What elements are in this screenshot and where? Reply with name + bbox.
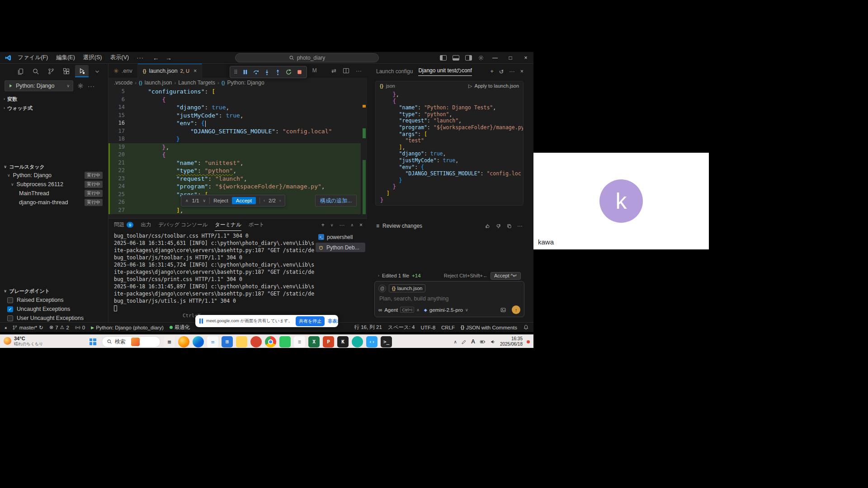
- agent-mode-select[interactable]: ∞ Agent Ctrl+I ∧: [378, 307, 420, 313]
- menu-overflow[interactable]: ···: [133, 54, 147, 61]
- toggle-panel-icon[interactable]: [453, 55, 459, 61]
- stop-sharing-button[interactable]: 共有を停止: [296, 316, 325, 326]
- next-file-icon[interactable]: ›: [279, 198, 281, 203]
- language-mode-item[interactable]: {} JSON with Comments: [461, 325, 517, 330]
- hide-share-bar-button[interactable]: 非表示: [328, 318, 338, 324]
- git-branch-item[interactable]: master* ↻: [12, 324, 43, 331]
- breadcrumb-item[interactable]: launch.json: [145, 80, 172, 86]
- add-context-icon[interactable]: @: [378, 285, 386, 292]
- problems-item[interactable]: ⊗ 7 ⚠ 2: [49, 324, 69, 330]
- stop-icon[interactable]: [296, 69, 303, 75]
- forward-icon[interactable]: →: [165, 54, 172, 61]
- terminal-profile-chevron-icon[interactable]: ∨: [330, 223, 334, 227]
- tab-launch-json[interactable]: {} launch.json 2, U ×: [138, 64, 203, 78]
- close-tab-icon[interactable]: ×: [193, 68, 197, 74]
- chat-tab-active[interactable]: Django unit testのconf: [418, 67, 472, 76]
- start-button[interactable]: [87, 336, 99, 347]
- chat-tab-inactive[interactable]: Launch configu: [376, 68, 413, 75]
- menu-item[interactable]: 表示(V): [106, 54, 133, 61]
- chat-history-icon[interactable]: ↺: [499, 68, 504, 75]
- code-line-27[interactable]: 27],: [108, 206, 361, 215]
- step-out-icon[interactable]: [274, 69, 281, 75]
- close-button[interactable]: ×: [518, 52, 533, 64]
- compare-icon[interactable]: ⇄: [331, 67, 336, 74]
- search-icon[interactable]: [29, 65, 42, 77]
- new-terminal-icon[interactable]: +: [321, 222, 325, 228]
- menu-item[interactable]: ファイル(F): [14, 54, 52, 61]
- add-configuration-button[interactable]: 構成の追加...: [315, 195, 357, 206]
- thumbs-down-icon[interactable]: [495, 223, 501, 229]
- taskbar-app-edge[interactable]: [193, 336, 204, 347]
- tab-env[interactable]: .env: [108, 64, 138, 78]
- taskbar-app-mail-red[interactable]: [250, 336, 262, 347]
- breadcrumb-item[interactable]: Launch Targets: [178, 80, 215, 86]
- breakpoint-checkbox[interactable]: [7, 315, 13, 321]
- copy-icon[interactable]: [506, 223, 512, 229]
- more-actions-icon[interactable]: ···: [88, 83, 95, 89]
- code-line-24[interactable]: 24"program": "${workspaceFolder}/manage.…: [108, 183, 361, 191]
- panel-tab-ポート[interactable]: ポート: [249, 219, 264, 231]
- taskbar-app-chrome[interactable]: [265, 336, 276, 347]
- code-line-15[interactable]: 15"justMyCode": true,: [108, 112, 361, 120]
- section-watch[interactable]: › ウォッチ式: [4, 104, 33, 112]
- code-line-20[interactable]: 20{: [108, 151, 361, 159]
- apply-to-file-button[interactable]: ▷ Apply to launch.json: [468, 83, 519, 89]
- code-line-19[interactable]: 19},: [108, 143, 361, 151]
- step-over-icon[interactable]: [253, 69, 259, 75]
- toggle-sidebar-icon[interactable]: [440, 55, 447, 61]
- debug-config-select[interactable]: Python: Django ∨: [5, 80, 73, 91]
- terminal-item-python-debug[interactable]: Python Deb...: [316, 243, 365, 252]
- eol-item[interactable]: CRLF: [441, 325, 455, 330]
- panel-tab-出力[interactable]: 出力: [141, 219, 151, 231]
- taskbar-app-widgets[interactable]: ▦: [164, 336, 175, 347]
- taskbar-clock[interactable]: 16:35 2025/06/18: [500, 336, 523, 347]
- accept-all-button[interactable]: Accept ^↵: [491, 272, 521, 280]
- remote-indicator[interactable]: ›‹: [5, 325, 6, 330]
- taskbar-app-vscode[interactable]: ‹›: [366, 336, 377, 347]
- cursor-position-item[interactable]: 行 16, 列 21: [354, 324, 382, 331]
- previous-file-icon[interactable]: ‹: [264, 198, 265, 203]
- chat-input-box[interactable]: @ {} launch.json Plan, search, build any…: [374, 281, 524, 317]
- maximize-panel-icon[interactable]: ∧: [350, 223, 354, 227]
- taskbar-app-store[interactable]: ⊞: [222, 336, 233, 347]
- explorer-icon[interactable]: [14, 65, 27, 77]
- toggle-secondary-sidebar-icon[interactable]: [465, 55, 472, 61]
- code-line-22[interactable]: 22"type": "python",: [108, 167, 361, 175]
- step-into-icon[interactable]: [264, 69, 270, 75]
- chevron-right-icon[interactable]: ›: [378, 273, 379, 278]
- more-actions-icon[interactable]: ···: [509, 68, 515, 75]
- command-center-search[interactable]: photo_diary: [235, 53, 379, 62]
- code-line-17[interactable]: 17"DJANGO_SETTINGS_MODULE": "config.loca…: [108, 127, 361, 136]
- notification-badge[interactable]: [527, 340, 530, 343]
- menu-item[interactable]: 選択(S): [79, 54, 106, 61]
- new-chat-icon[interactable]: +: [490, 68, 493, 75]
- thumbs-up-icon[interactable]: [485, 223, 491, 229]
- review-changes-label[interactable]: Review changes: [382, 223, 422, 229]
- code-line-18[interactable]: 18}: [108, 135, 361, 143]
- section-variables[interactable]: › 変数: [4, 95, 17, 103]
- hidden-icons-chevron[interactable]: ∧: [454, 339, 457, 344]
- settings-gear-icon[interactable]: [478, 55, 484, 61]
- run-and-debug-icon[interactable]: [75, 65, 89, 77]
- ime-indicator[interactable]: A: [471, 338, 475, 345]
- panel-tab-ターミナル[interactable]: ターミナル: [215, 219, 241, 231]
- more-actions-icon[interactable]: ···: [517, 223, 523, 229]
- breakpoint-checkbox[interactable]: [7, 297, 13, 303]
- close-chat-icon[interactable]: ×: [520, 68, 524, 75]
- taskbar-app-terminal[interactable]: >_: [381, 336, 392, 347]
- taskbar-app-notepad[interactable]: ≡: [294, 336, 305, 347]
- reject-all-button[interactable]: Reject Ctrl+Shift+←: [444, 273, 488, 278]
- call-stack-item[interactable]: MainThread実行中: [0, 189, 108, 198]
- encoding-item[interactable]: UTF-8: [420, 325, 435, 330]
- taskbar-search[interactable]: 検索: [102, 336, 160, 347]
- taskbar-app-explorer[interactable]: [236, 336, 247, 347]
- taskbar-app-mail[interactable]: ✉: [207, 336, 218, 347]
- taskbar-app-teal-app[interactable]: [352, 336, 363, 347]
- debug-settings-gear-icon[interactable]: [77, 83, 84, 89]
- terminal-item-powershell[interactable]: >_ powershell: [316, 232, 365, 242]
- call-stack-item[interactable]: django-main-thread実行中: [0, 198, 108, 207]
- more-actions-icon[interactable]: ···: [356, 67, 362, 74]
- breakpoint-item[interactable]: User Uncaught Exceptions: [7, 314, 84, 322]
- reject-button[interactable]: Reject: [213, 198, 228, 203]
- panel-tab-デバッグ コンソール[interactable]: デバッグ コンソール: [158, 219, 208, 231]
